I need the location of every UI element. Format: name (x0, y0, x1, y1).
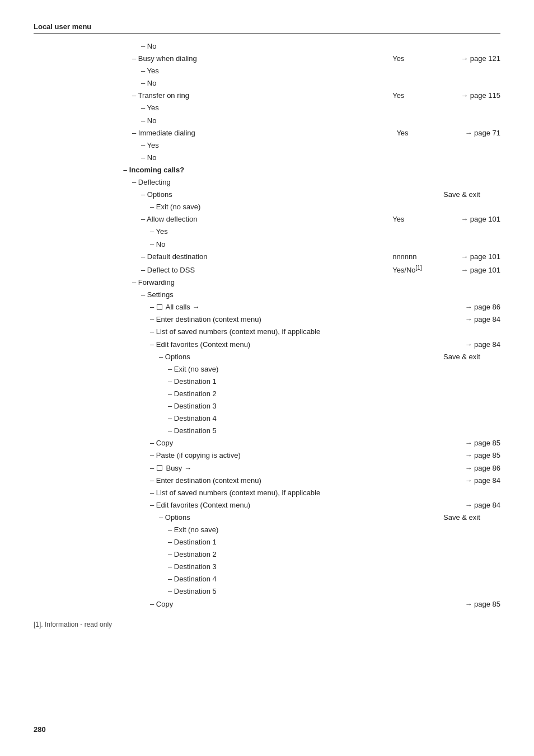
tree-row: – Destination 4 (123, 573, 500, 585)
row-label: – Paste (if copying is active) (150, 449, 392, 462)
row-value: nnnnnn (388, 251, 449, 263)
tree-row: – Allow deflectionYes→ page 101 (123, 213, 500, 226)
tree-row: – Deflecting (123, 176, 500, 189)
row-label: – Options (141, 189, 439, 201)
row-label: – Allow deflection (141, 213, 388, 226)
tree-row: – No (123, 40, 500, 53)
tree-row: – Destination 1 (123, 536, 500, 548)
row-label: – Copy (150, 437, 392, 449)
checkbox-icon (157, 304, 162, 310)
tree-row: – Destination 5 (123, 585, 500, 598)
tree-row: – Exit (no save) (123, 201, 500, 213)
row-label: – Destination 5 (168, 425, 500, 437)
row-label: – Busy → (150, 462, 392, 475)
tree-row: – OptionsSave & exit (123, 511, 500, 524)
tree-row: – Transfer on ringYes→ page 115 (123, 90, 500, 102)
row-label: – Edit favorites (Context menu) (150, 499, 392, 511)
row-label: – Busy when dialing (132, 53, 388, 65)
row-value: Yes (388, 53, 449, 65)
tree-row: – Busy when dialingYes→ page 121 (123, 53, 500, 65)
row-label: – No (141, 152, 500, 164)
tree-row: – Destination 2 (123, 548, 500, 561)
tree-row: – Deflect to DSSYes/No[1]→ page 101 (123, 263, 500, 276)
page-reference: → page 101 (449, 251, 500, 263)
arrow-icon: → (192, 303, 199, 311)
row-value: Yes (392, 127, 453, 139)
page-reference: → page 85 (453, 437, 500, 449)
page-reference: → page 84 (453, 499, 500, 511)
page-reference: → page 115 (449, 90, 500, 102)
row-label: – All calls → (150, 301, 392, 313)
tree-row: – No (123, 77, 500, 90)
page-header: Local user menu (34, 22, 500, 34)
page-reference: → page 86 (453, 301, 500, 313)
page-reference: → page 101 (449, 264, 500, 276)
tree-row: – All calls →→ page 86 (123, 301, 500, 313)
row-label: – Enter destination (context menu) (150, 313, 392, 326)
row-label: – Destination 4 (168, 573, 500, 585)
tree-row: – Busy →→ page 86 (123, 462, 500, 475)
row-label: – Yes (141, 102, 500, 114)
tree-row: – Yes (123, 102, 500, 114)
row-label: – Options (159, 351, 439, 363)
tree-row: – No (123, 152, 500, 164)
tree-row: – Copy→ page 85 (123, 437, 500, 449)
tree-row: – Exit (no save) (123, 363, 500, 375)
row-label: – Exit (no save) (168, 363, 500, 375)
row-value: Save & exit (439, 511, 500, 524)
page-reference: → page 121 (449, 53, 500, 65)
row-label: – Exit (no save) (150, 201, 500, 213)
tree-row: – Destination 3 (123, 561, 500, 573)
page-reference: → page 85 (453, 449, 500, 462)
tree-row: – Forwarding (123, 276, 500, 289)
row-label: – Copy (150, 598, 392, 611)
page-reference: → page 84 (453, 313, 500, 326)
row-label: – No (141, 115, 500, 127)
tree-row: – Destination 3 (123, 400, 500, 412)
page-reference: → page 86 (453, 462, 500, 475)
tree-row: – No (123, 115, 500, 127)
tree-row: – List of saved numbers (context menu), … (123, 326, 500, 338)
row-label: – Yes (141, 139, 500, 152)
row-label: – Transfer on ring (132, 90, 388, 102)
tree-row: – List of saved numbers (context menu), … (123, 487, 500, 499)
tree-row: – Immediate dialingYes→ page 71 (123, 127, 500, 139)
row-label: – Incoming calls? (123, 164, 500, 176)
row-value: Yes/No[1] (388, 263, 449, 276)
row-label: – Default destination (141, 251, 388, 263)
tree-row: – Settings (123, 289, 500, 301)
tree-row: – Yes (123, 65, 500, 77)
row-label: – Deflect to DSS (141, 264, 388, 276)
row-label: – Deflecting (132, 176, 500, 189)
checkbox-icon (157, 465, 162, 471)
row-label: – Edit favorites (Context menu) (150, 339, 392, 351)
row-label: – Destination 3 (168, 561, 500, 573)
row-label: – Destination 3 (168, 400, 500, 412)
tree-row: – Yes (123, 226, 500, 238)
page-reference: → page 101 (449, 213, 500, 226)
row-label: – List of saved numbers (context menu), … (150, 326, 500, 338)
tree-row: – Paste (if copying is active)→ page 85 (123, 449, 500, 462)
tree-row: – Destination 4 (123, 412, 500, 425)
content-area: – No– Busy when dialingYes→ page 121– Ye… (34, 40, 500, 611)
row-label: – Destination 4 (168, 412, 500, 425)
tree-row: – Exit (no save) (123, 524, 500, 536)
row-label: – Destination 2 (168, 548, 500, 561)
row-label: – Enter destination (context menu) (150, 475, 392, 487)
tree-row: – Copy→ page 85 (123, 598, 500, 611)
row-label: – Immediate dialing (132, 127, 392, 139)
row-label: – Destination 1 (168, 375, 500, 388)
row-value: Yes (388, 213, 449, 226)
row-label: – Destination 2 (168, 388, 500, 400)
row-label: – Settings (141, 289, 500, 301)
row-label: – No (141, 77, 500, 90)
page: Local user menu – No– Busy when dialingY… (0, 0, 534, 756)
row-value: Yes (388, 90, 449, 102)
page-reference: → page 84 (453, 475, 500, 487)
row-label: – Destination 5 (168, 585, 500, 598)
tree-row: – Incoming calls? (123, 164, 500, 176)
tree-row: – Edit favorites (Context menu)→ page 84 (123, 499, 500, 511)
tree-row: – No (123, 238, 500, 251)
tree-row: – OptionsSave & exit (123, 351, 500, 363)
arrow-icon: → (184, 464, 191, 472)
